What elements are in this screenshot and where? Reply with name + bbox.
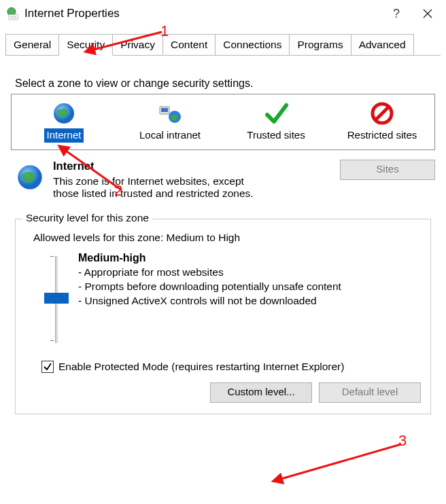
checkbox-icon xyxy=(41,361,54,373)
sites-button[interactable]: Sites xyxy=(340,160,435,180)
button-label: Default level xyxy=(342,386,398,397)
tab-programs[interactable]: Programs xyxy=(289,34,351,55)
zone-label: Internet xyxy=(44,128,84,143)
svg-line-10 xyxy=(375,107,389,120)
zone-local-intranet[interactable]: Local intranet xyxy=(122,101,218,143)
button-label: Sites xyxy=(376,163,398,175)
zone-label: Local intranet xyxy=(137,128,203,143)
zone-list: Internet Local intranet Trusted sites xyxy=(11,94,435,150)
tab-connections[interactable]: Connections xyxy=(215,34,290,55)
tab-label: Advanced xyxy=(359,39,406,50)
custom-level-button[interactable]: Custom level... xyxy=(210,382,312,403)
checkmark-icon xyxy=(264,101,288,126)
tab-label: Privacy xyxy=(120,39,155,50)
tab-strip: General Security Privacy Content Connect… xyxy=(5,34,441,56)
allowed-levels-text: Allowed levels for this zone: Medium to … xyxy=(33,232,422,244)
tab-privacy[interactable]: Privacy xyxy=(112,34,163,55)
zone-prompt: Select a zone to view or change security… xyxy=(15,77,435,90)
zone-internet[interactable]: Internet xyxy=(16,101,112,143)
globe-icon xyxy=(16,164,44,191)
default-level-button[interactable]: Default level xyxy=(319,382,421,403)
globe-icon xyxy=(52,101,76,126)
zone-detail-title: Internet xyxy=(53,160,340,173)
level-bullet: - Appropriate for most websites xyxy=(78,266,224,278)
tab-label: Connections xyxy=(223,39,281,50)
level-bullet: - Prompts before downloading potentially… xyxy=(78,281,341,292)
security-level-group: Security level for this zone Allowed lev… xyxy=(15,219,431,414)
window-title: Internet Properties xyxy=(20,7,381,20)
zone-label: Trusted sites xyxy=(244,128,307,143)
svg-line-14 xyxy=(279,444,401,480)
close-button[interactable] xyxy=(412,3,443,24)
level-name: Medium-high xyxy=(78,252,146,264)
level-description: Medium-high - Appropriate for most websi… xyxy=(78,251,341,348)
tab-label: Programs xyxy=(297,39,343,50)
button-label: Custom level... xyxy=(227,386,294,397)
annotation-number-3: 3 xyxy=(398,432,407,450)
zone-label: Restricted sites xyxy=(345,128,420,143)
svg-rect-7 xyxy=(161,108,168,112)
security-level-slider[interactable] xyxy=(40,253,73,348)
tab-label: General xyxy=(14,39,51,50)
protected-mode-checkbox[interactable]: Enable Protected Mode (requires restarti… xyxy=(41,361,422,373)
help-button[interactable]: ? xyxy=(381,3,412,24)
lan-globe-icon xyxy=(158,101,182,126)
internet-options-icon xyxy=(5,6,20,21)
annotation-arrow-3 xyxy=(272,442,408,489)
zone-description: Internet This zone is for Internet websi… xyxy=(11,160,435,200)
level-bullet: - Unsigned ActiveX controls will not be … xyxy=(78,295,317,306)
zone-trusted-sites[interactable]: Trusted sites xyxy=(228,101,324,143)
checkbox-label: Enable Protected Mode (requires restarti… xyxy=(58,361,344,373)
tab-content[interactable]: Content xyxy=(162,34,216,55)
tab-advanced[interactable]: Advanced xyxy=(351,34,414,55)
zone-restricted-sites[interactable]: Restricted sites xyxy=(334,101,430,143)
zone-detail-desc: This zone is for Internet websites, exce… xyxy=(53,175,264,200)
tab-label: Content xyxy=(171,39,207,50)
svg-rect-2 xyxy=(9,14,18,20)
tab-label: Security xyxy=(67,39,105,50)
prohibited-icon xyxy=(370,101,394,126)
titlebar: Internet Properties ? xyxy=(0,0,446,27)
fieldset-legend: Security level for this zone xyxy=(22,212,152,224)
tab-general[interactable]: General xyxy=(5,34,59,55)
tab-security[interactable]: Security xyxy=(58,34,113,56)
security-panel: Select a zone to view or change security… xyxy=(0,56,446,414)
